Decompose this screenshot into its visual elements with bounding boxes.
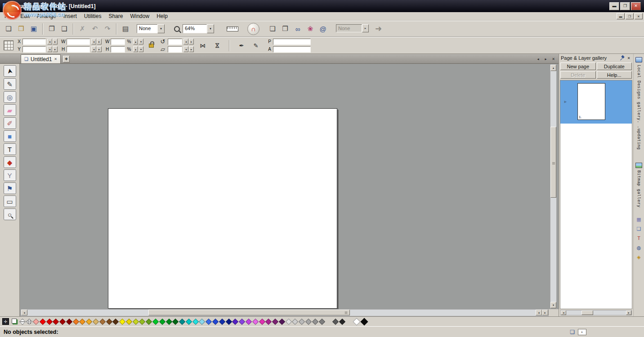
new-document-tab-button[interactable]: ✚ xyxy=(63,56,70,62)
bitmap-gallery-icon[interactable] xyxy=(635,163,642,168)
paste-format-button[interactable]: ▤ xyxy=(120,23,131,35)
color-swatch[interactable] xyxy=(252,318,259,324)
color-swatch[interactable] xyxy=(279,318,285,324)
redo-button[interactable]: ↷ xyxy=(102,23,113,35)
fill-tool-button[interactable]: ◆ xyxy=(4,156,16,168)
menu-item[interactable]: Window xyxy=(126,13,153,20)
color-swatch[interactable] xyxy=(292,318,298,324)
p-field[interactable] xyxy=(273,39,311,45)
scale-width-field[interactable] xyxy=(111,39,125,45)
page-status-icon[interactable]: ❏ xyxy=(570,329,575,335)
flip-vertical-button[interactable]: ⋈ xyxy=(212,40,223,50)
color-swatch[interactable] xyxy=(318,318,325,324)
skew-left-button[interactable]: ◂ xyxy=(183,46,188,52)
font-gallery-icon[interactable]: T xyxy=(637,236,640,241)
zoom-tool-dropdown-button[interactable] xyxy=(171,23,183,35)
color-swatch[interactable] xyxy=(33,318,39,324)
color-swatch[interactable] xyxy=(53,318,59,324)
local-designs-gallery-tab[interactable]: Local Designs gallery. .updating xyxy=(637,65,641,158)
scroll-left-button-2[interactable]: ◂ xyxy=(536,310,542,315)
clipart-gallery-icon[interactable]: ◍ xyxy=(637,245,641,250)
color-swatch[interactable] xyxy=(192,318,199,324)
menu-item[interactable]: Utilities xyxy=(80,13,105,20)
color-swatch[interactable] xyxy=(232,318,238,324)
color-swatch[interactable] xyxy=(99,318,106,324)
vertical-scrollbar[interactable]: ▴ ▾ xyxy=(550,64,557,309)
document-restore-button[interactable]: ❐ xyxy=(626,13,634,19)
tab-close-icon[interactable]: ✕ xyxy=(54,57,57,61)
scale-line-widths-button[interactable]: ✒ xyxy=(236,40,247,50)
color-swatch[interactable] xyxy=(286,318,292,324)
scroll-right-button[interactable]: ▸ xyxy=(542,310,548,315)
canvas[interactable]: ▴ ▾ ◂ ◂ ▸ xyxy=(20,64,559,316)
zoom-tool-button[interactable]: ○ xyxy=(4,208,16,220)
scroll-down-button[interactable]: ▾ xyxy=(550,302,556,308)
edit-color-icon[interactable] xyxy=(12,319,18,324)
color-swatch[interactable] xyxy=(133,318,139,324)
status-indicator-box[interactable]: ▸ xyxy=(578,329,586,335)
color-swatch[interactable] xyxy=(199,318,205,324)
menu-item[interactable]: Edit xyxy=(17,13,33,20)
freehand-tool-button[interactable]: ✎ xyxy=(4,78,16,90)
horizontal-scrollbar[interactable]: ◂ ◂ ▸ xyxy=(21,309,549,316)
color-swatch[interactable] xyxy=(339,318,345,324)
color-swatch[interactable] xyxy=(219,318,225,324)
skew-right-button[interactable]: ▸ xyxy=(189,46,194,52)
menu-item[interactable]: File xyxy=(1,13,17,20)
name-gallery-icon[interactable]: ◈ xyxy=(637,255,640,260)
new-document-button[interactable]: ❏ xyxy=(3,23,14,35)
scale-height-down-button[interactable]: ▾ xyxy=(139,46,143,52)
web-preview-button[interactable]: @ xyxy=(317,23,329,35)
color-swatch[interactable] xyxy=(73,318,79,324)
color-swatch[interactable] xyxy=(40,318,46,324)
scroll-up-button[interactable]: ▴ xyxy=(550,65,556,71)
fill-style-value[interactable]: None xyxy=(137,24,157,33)
y-increase-button[interactable]: ▸ xyxy=(53,46,58,52)
scale-height-up-button[interactable]: ▴ xyxy=(133,46,138,52)
anchor-point-grid[interactable] xyxy=(4,40,13,50)
menu-item[interactable]: Insert xyxy=(60,13,80,20)
live-effect-value[interactable]: None xyxy=(336,24,362,32)
export-button[interactable]: ❏ xyxy=(267,23,278,35)
gallery-scroll-left-button[interactable]: ◂ xyxy=(561,310,566,315)
close-button[interactable]: ✕ xyxy=(631,2,641,10)
color-picker-icon[interactable]: ✛ xyxy=(2,318,9,325)
color-swatch[interactable] xyxy=(305,318,312,324)
photo-tool-button[interactable]: ◎ xyxy=(4,91,16,103)
menu-item[interactable]: Share xyxy=(105,13,126,20)
page-thumbnail[interactable]: 1. xyxy=(577,83,605,120)
document-page[interactable] xyxy=(108,108,337,309)
tab-scroll-right-button[interactable]: ▸ xyxy=(543,56,549,62)
document-minimize-button[interactable]: ▬ xyxy=(617,13,625,19)
transparency-tool-button[interactable]: Y xyxy=(4,169,16,181)
color-swatch[interactable] xyxy=(126,318,132,324)
new-page-button[interactable]: New page xyxy=(560,62,596,70)
import-button[interactable]: ❐ xyxy=(279,23,291,35)
color-swatch[interactable] xyxy=(312,318,318,324)
color-swatch[interactable] xyxy=(239,318,245,324)
shape-editor-tool-button[interactable]: ✐ xyxy=(4,117,16,129)
width-decrease-button[interactable]: ◂ xyxy=(91,39,96,44)
color-swatch[interactable] xyxy=(272,318,278,324)
selector-tool-button[interactable]: ➤ xyxy=(4,65,16,77)
rotation-angle-field[interactable] xyxy=(168,39,182,45)
checker-swatch[interactable] xyxy=(26,318,32,324)
gallery-scroll-right-button[interactable]: ▸ xyxy=(626,310,631,315)
delete-page-button[interactable]: Delete xyxy=(560,71,596,79)
color-swatch[interactable] xyxy=(46,318,52,324)
print-button[interactable]: ❐ xyxy=(46,23,58,35)
x-position-field[interactable] xyxy=(22,39,46,45)
color-swatch[interactable] xyxy=(206,318,212,324)
rotate-cw-button[interactable]: ▸ xyxy=(189,39,194,44)
share-button[interactable]: ❀ xyxy=(304,23,316,35)
horizontal-scroll-thumb[interactable] xyxy=(148,310,350,315)
duplicate-button[interactable]: Duplicate xyxy=(597,62,632,70)
document-tab[interactable]: ❏ Untitled1 ✕ xyxy=(21,54,61,63)
local-designs-gallery-icon[interactable] xyxy=(635,57,642,62)
scale-height-field[interactable] xyxy=(111,46,125,53)
gallery-scroll-thumb[interactable] xyxy=(581,310,593,315)
y-position-field[interactable] xyxy=(22,46,46,53)
fill-gallery-icon[interactable]: ▦ xyxy=(636,217,641,222)
color-swatch[interactable] xyxy=(179,318,185,324)
lock-aspect-icon[interactable] xyxy=(149,44,154,48)
